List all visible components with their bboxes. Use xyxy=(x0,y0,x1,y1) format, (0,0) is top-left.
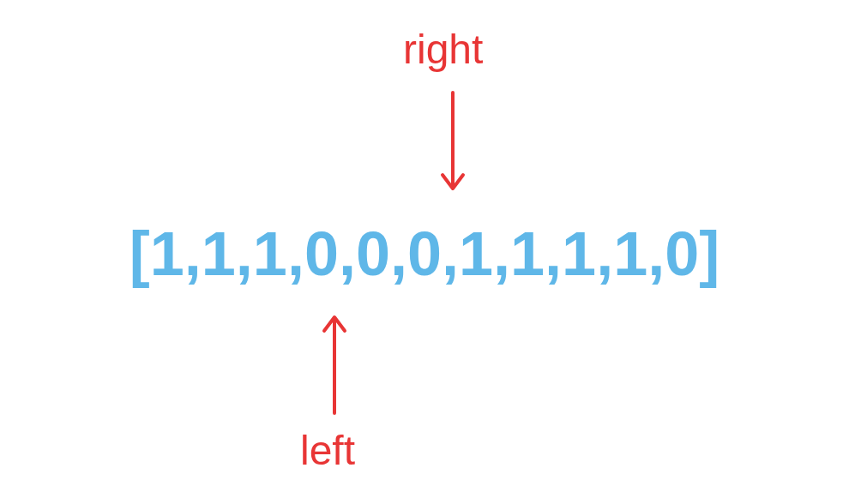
arrow-down-icon xyxy=(436,86,470,197)
arrow-up-icon xyxy=(317,309,352,420)
pointer-label-right: right xyxy=(403,26,483,73)
pointer-label-left: left xyxy=(300,427,355,474)
diagram-canvas: right [1,1,1,0,0,0,1,1,1,1,0] left xyxy=(0,0,849,504)
array-display: [1,1,1,0,0,0,1,1,1,1,0] xyxy=(0,219,849,289)
